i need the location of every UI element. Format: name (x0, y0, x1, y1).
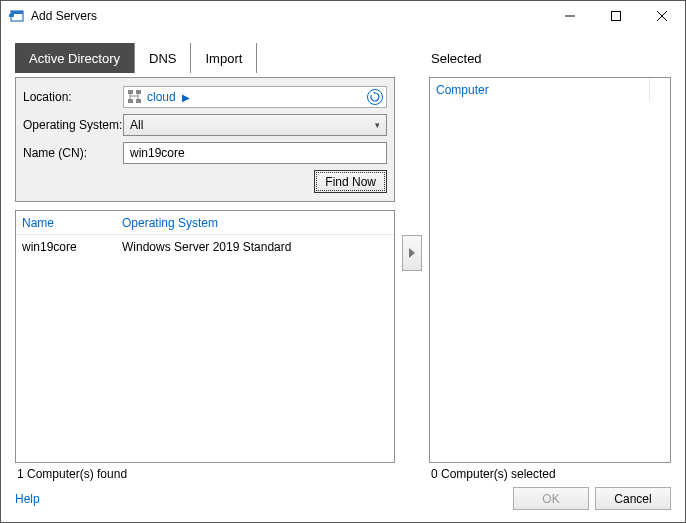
svg-rect-1 (11, 11, 23, 14)
app-icon (9, 8, 25, 24)
os-select[interactable]: All ▾ (123, 114, 387, 136)
result-name: win19core (16, 240, 116, 254)
location-field[interactable]: cloud ▶ (123, 86, 387, 108)
help-link[interactable]: Help (15, 492, 40, 506)
svg-rect-7 (128, 90, 133, 94)
svg-rect-9 (128, 99, 133, 103)
chevron-down-icon: ▾ (375, 120, 380, 130)
window-controls (547, 1, 685, 31)
selected-header-computer[interactable]: Computer (430, 78, 650, 102)
name-input[interactable] (123, 142, 387, 164)
tab-dns[interactable]: DNS (135, 43, 191, 73)
svg-rect-2 (9, 14, 14, 17)
os-label: Operating System: (23, 118, 123, 132)
minimize-button[interactable] (547, 1, 593, 31)
selected-list: Computer (429, 77, 671, 463)
window-title: Add Servers (31, 9, 547, 23)
svg-rect-10 (136, 99, 141, 103)
location-arrow-icon: ▶ (182, 92, 190, 103)
refresh-icon[interactable] (367, 89, 383, 105)
ok-button[interactable]: OK (513, 487, 589, 510)
result-os: Windows Server 2019 Standard (116, 240, 394, 254)
location-value: cloud (147, 90, 176, 104)
location-tree-icon (127, 89, 143, 105)
location-label: Location: (23, 90, 123, 104)
status-found: 1 Computer(s) found (15, 467, 395, 481)
os-value: All (130, 118, 143, 132)
move-right-button[interactable] (402, 235, 422, 271)
status-selected: 0 Computer(s) selected (429, 467, 671, 481)
results-list: Name Operating System win19core Windows … (15, 210, 395, 463)
results-header-name[interactable]: Name (16, 216, 116, 230)
filter-panel: Location: cloud ▶ Operating System: (15, 77, 395, 202)
cancel-button[interactable]: Cancel (595, 487, 671, 510)
titlebar: Add Servers (1, 1, 685, 31)
results-header-os[interactable]: Operating System (116, 216, 394, 230)
maximize-button[interactable] (593, 1, 639, 31)
name-label: Name (CN): (23, 146, 123, 160)
svg-rect-8 (136, 90, 141, 94)
tab-bar: Active Directory DNS Import (15, 43, 395, 73)
selected-label: Selected (429, 43, 671, 73)
table-row[interactable]: win19core Windows Server 2019 Standard (16, 235, 394, 259)
tab-active-directory[interactable]: Active Directory (15, 43, 135, 73)
find-now-button[interactable]: Find Now (314, 170, 387, 193)
svg-rect-4 (612, 12, 621, 21)
tab-import[interactable]: Import (191, 43, 257, 73)
close-button[interactable] (639, 1, 685, 31)
